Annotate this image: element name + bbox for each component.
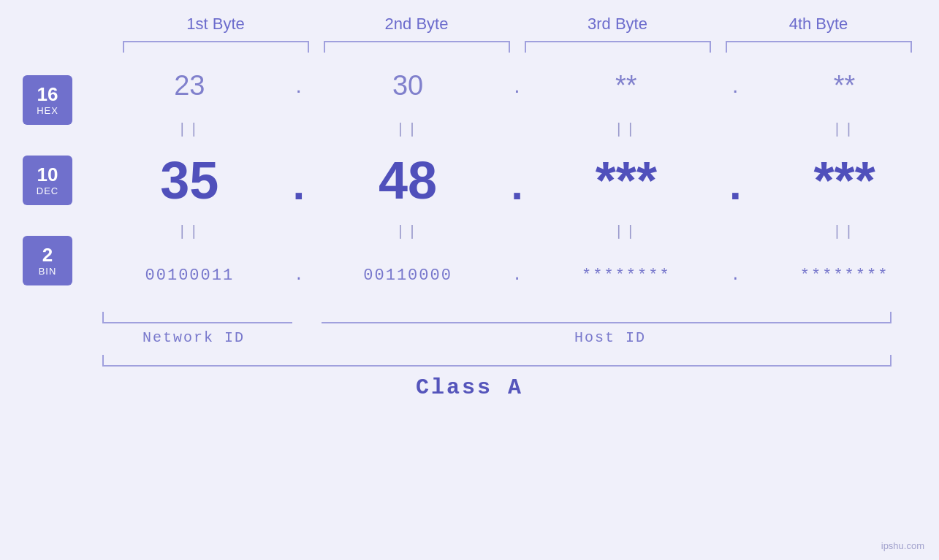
host-id-bracket: [322, 312, 899, 323]
dec-row: 35 . 48 . *** . ***: [95, 140, 939, 220]
sep1: || || || ||: [95, 118, 939, 140]
bracket-b1: [123, 41, 309, 53]
bin-row: 00100011 . 00110000 . ******** .: [95, 242, 939, 308]
class-label-row: Class A: [0, 375, 939, 400]
sep2-b4: ||: [750, 223, 939, 240]
bin-dot2: .: [503, 266, 532, 285]
dec-dot3: .: [721, 159, 750, 202]
hex-row: 23 . 30 . ** . **: [95, 53, 939, 118]
network-id-label: Network ID: [95, 329, 292, 346]
bin-b2: 00110000: [313, 266, 503, 285]
sep1-b1: ||: [95, 121, 284, 138]
sep1-b2: ||: [313, 121, 503, 138]
label-column: 16 HEX 10 DEC 2 BIN: [0, 53, 95, 308]
byte4-header: 4th Byte: [718, 15, 919, 41]
hex-b3: **: [532, 70, 721, 101]
hex-badge-num: 16: [37, 84, 58, 105]
dec-b4: ***: [750, 150, 939, 210]
bin-dot1: .: [284, 266, 313, 285]
byte2-header: 2nd Byte: [316, 15, 517, 41]
sep2-b1: ||: [95, 223, 284, 240]
sep2: || || || ||: [95, 220, 939, 242]
watermark: ipshu.com: [881, 540, 924, 551]
bin-badge-name: BIN: [39, 266, 57, 277]
sep1-b4: ||: [750, 121, 939, 138]
bracket-b2: [324, 41, 510, 53]
sep1-b3: ||: [532, 121, 721, 138]
bin-b1: 00100011: [95, 266, 284, 285]
rows-wrapper: 16 HEX 10 DEC 2 BIN 23 .: [0, 53, 939, 308]
full-bracket-row: [95, 355, 899, 367]
bin-b4: ********: [750, 266, 939, 285]
bin-b3: ********: [532, 266, 721, 285]
network-id-bracket: [95, 312, 292, 323]
hex-b1: 23: [95, 70, 284, 101]
class-label: Class A: [416, 375, 523, 400]
hex-b4: **: [750, 70, 939, 101]
sep2-b3: ||: [532, 223, 721, 240]
byte-headers: 1st Byte 2nd Byte 3rd Byte 4th Byte: [115, 15, 919, 41]
bracket-b4: [726, 41, 912, 53]
hex-b2: 30: [313, 70, 503, 101]
dec-badge-name: DEC: [37, 185, 58, 196]
byte3-header: 3rd Byte: [517, 15, 718, 41]
bottom-brackets-row: [95, 312, 899, 323]
byte1-header: 1st Byte: [115, 15, 316, 41]
top-brackets: [115, 41, 919, 53]
dec-badge-num: 10: [37, 164, 58, 185]
hex-dot3: .: [721, 73, 750, 98]
host-id-label: Host ID: [322, 329, 899, 346]
spacer-dot: [292, 312, 322, 323]
main-container: 1st Byte 2nd Byte 3rd Byte 4th Byte 16 H…: [0, 0, 939, 560]
dec-badge: 10 DEC: [23, 156, 72, 205]
bin-badge-num: 2: [42, 245, 53, 266]
sep2-b2: ||: [313, 223, 503, 240]
hex-dot2: .: [503, 73, 532, 98]
bin-badge: 2 BIN: [23, 236, 72, 285]
bin-dot3: .: [721, 266, 750, 285]
data-columns: 23 . 30 . ** . **: [95, 53, 939, 308]
dec-dot2: .: [503, 159, 532, 202]
id-labels-row: Network ID Host ID: [95, 329, 899, 346]
dec-b1: 35: [95, 150, 284, 210]
dec-dot1: .: [284, 159, 313, 202]
full-bracket: [95, 355, 899, 367]
hex-badge: 16 HEX: [23, 75, 72, 125]
bottom-section: Network ID Host ID Class A: [0, 312, 939, 400]
dec-b3: ***: [532, 150, 721, 210]
dec-b2: 48: [313, 150, 503, 210]
bracket-b3: [525, 41, 711, 53]
hex-dot1: .: [284, 73, 313, 98]
hex-badge-name: HEX: [37, 105, 58, 116]
